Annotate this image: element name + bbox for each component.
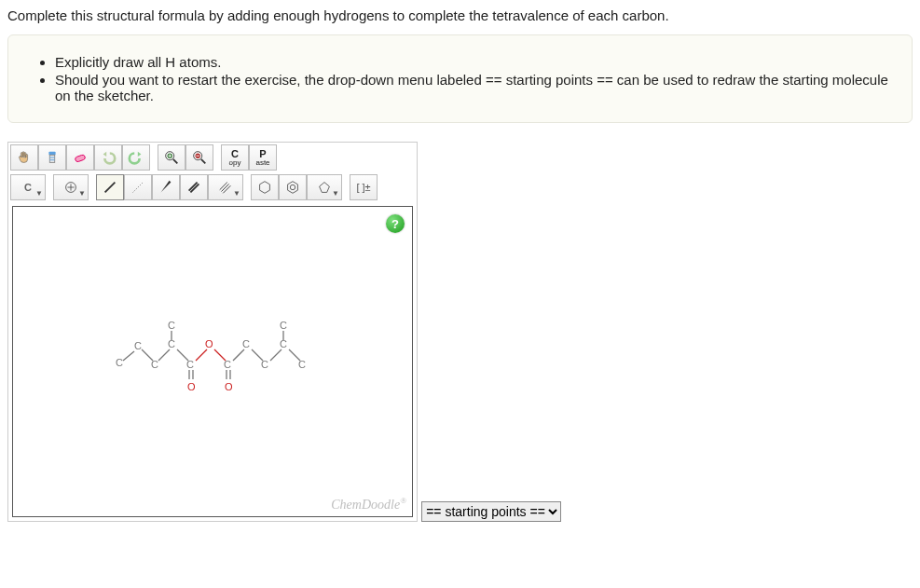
svg-marker-16 [260, 182, 270, 194]
svg-marker-17 [288, 182, 298, 194]
copy-label-bottom: opy [229, 159, 241, 167]
svg-line-15 [223, 185, 230, 193]
chevron-down-icon: ▼ [78, 189, 86, 198]
help-icon[interactable]: ? [386, 214, 405, 233]
starting-points-select[interactable]: == starting points == [421, 501, 561, 522]
paste-label-top: P [259, 149, 266, 159]
more-rings-button[interactable]: ▼ [307, 174, 342, 200]
svg-line-25 [158, 349, 170, 361]
svg-text:O: O [187, 381, 196, 392]
charge-label: [ ]± [356, 182, 370, 193]
element-label: C [24, 182, 32, 193]
svg-text:C: C [151, 359, 158, 370]
svg-text:O: O [205, 338, 213, 349]
chevron-down-icon: ▼ [233, 189, 240, 198]
copy-button[interactable]: C opy [221, 144, 249, 171]
svg-text:C: C [280, 320, 287, 331]
svg-line-41 [233, 349, 244, 361]
toolbar-row-1: C opy P aste [8, 143, 417, 172]
svg-line-34 [196, 349, 207, 361]
svg-text:O: O [225, 381, 233, 392]
copy-label-top: C [231, 149, 239, 159]
single-bond-button[interactable] [96, 174, 124, 200]
molecule-drawing: C C C C C C O O C O [110, 320, 315, 403]
undo-button[interactable] [94, 144, 122, 171]
svg-text:C: C [298, 359, 306, 370]
chemdoodle-brand: ChemDoodle® [331, 496, 406, 513]
svg-line-45 [270, 349, 281, 361]
cyclohexane-button[interactable] [251, 174, 279, 200]
svg-text:C: C [186, 359, 194, 370]
svg-text:C: C [242, 338, 250, 349]
svg-line-10 [105, 183, 116, 193]
zoom-in-button[interactable] [158, 144, 185, 171]
svg-line-14 [222, 184, 229, 191]
wedge-bond-button[interactable] [152, 174, 180, 200]
chevron-down-icon: ▼ [35, 189, 43, 198]
erase-button[interactable] [66, 144, 94, 171]
redo-button[interactable] [122, 144, 150, 171]
paste-label-bottom: aste [255, 159, 269, 167]
svg-rect-1 [49, 155, 54, 162]
svg-line-21 [123, 351, 134, 361]
svg-rect-2 [75, 155, 86, 163]
question-prompt: Complete this structural formula by addi… [7, 7, 913, 23]
svg-text:C: C [116, 357, 123, 368]
svg-text:C: C [134, 340, 142, 351]
svg-line-7 [201, 159, 206, 164]
instruction-item: Should you want to restart the exercise,… [55, 72, 891, 103]
instruction-item: Explicitly draw all H atoms. [55, 54, 891, 70]
benzene-button[interactable] [279, 174, 307, 200]
svg-rect-0 [48, 152, 55, 156]
toolbar-row-2: C ▼ ▼ ▼ [8, 172, 417, 202]
svg-text:C: C [168, 320, 175, 331]
svg-line-4 [173, 159, 178, 164]
charge-button[interactable]: [ ]± [350, 174, 378, 200]
svg-marker-19 [320, 183, 330, 193]
element-picker-button[interactable]: C ▼ [10, 174, 46, 200]
sketcher-canvas[interactable]: ? C C C C C C O O C [12, 206, 413, 517]
sketcher-panel: C opy P aste C ▼ ▼ [7, 142, 418, 522]
clear-button[interactable] [38, 144, 66, 171]
more-bonds-button[interactable]: ▼ [208, 174, 243, 200]
svg-line-13 [220, 183, 227, 190]
add-atom-button[interactable]: ▼ [53, 174, 89, 200]
instructions-box: Explicitly draw all H atoms. Should you … [7, 34, 913, 123]
paste-button[interactable]: P aste [249, 144, 277, 171]
svg-text:C: C [261, 359, 268, 370]
double-bond-button[interactable] [180, 174, 208, 200]
chevron-down-icon: ▼ [332, 189, 339, 198]
zoom-out-button[interactable] [185, 144, 213, 171]
svg-text:C: C [224, 359, 231, 370]
pan-hand-button[interactable] [10, 144, 38, 171]
svg-point-18 [290, 185, 295, 189]
recessed-bond-button[interactable] [124, 174, 152, 200]
